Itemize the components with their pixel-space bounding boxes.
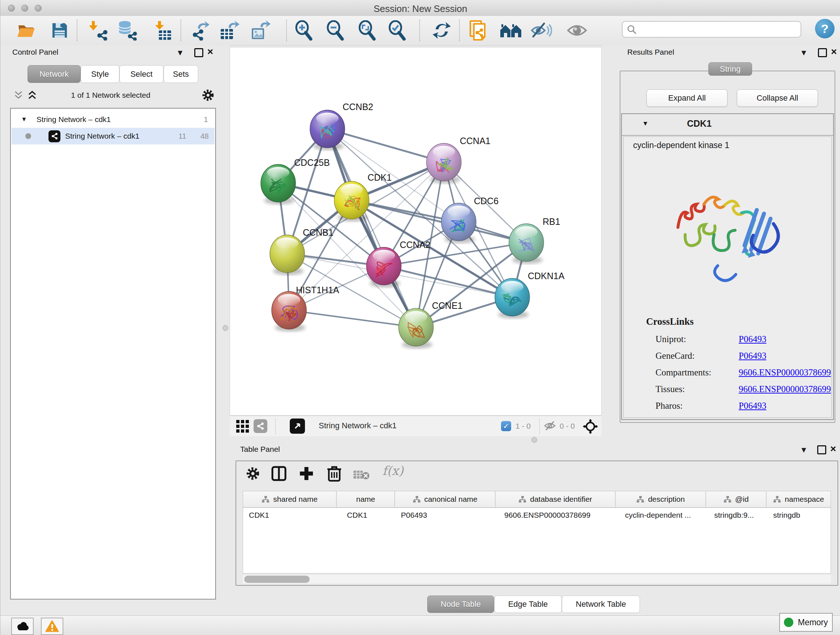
tab-style[interactable]: Style [81,65,119,83]
table-hscrollbar[interactable] [243,575,831,584]
column-header[interactable]: name [337,491,395,507]
fit-content-button[interactable] [583,419,598,434]
cell-shared-name[interactable]: CDK1 [243,508,337,523]
open-in-window-button[interactable] [290,418,305,434]
column-header[interactable]: @id [706,491,767,507]
control-panel-collapse-button[interactable]: ▼ [176,49,184,57]
column-header[interactable]: database identifier [496,491,616,507]
network-edge[interactable] [289,310,416,327]
vertical-splitter[interactable] [221,45,230,616]
string-network-canvas[interactable]: CCNB2CCNA1CDC25BCDK1CDC6RB1CCNB1CCNA2CDK… [230,48,601,415]
network-collection-row[interactable]: ▼ String Network – cdk1 1 [11,111,215,128]
tab-network[interactable]: Network [27,65,81,83]
table-options-button[interactable] [246,466,260,481]
network-node-cdk1[interactable]: CDK1 [334,172,392,222]
column-header[interactable]: shared name [243,491,337,507]
add-column-button[interactable] [298,466,314,481]
results-tab-string[interactable]: String [708,62,752,76]
import-network-database-button[interactable] [116,19,139,42]
import-table-button[interactable] [151,19,174,42]
hidden-eye-icon[interactable] [544,420,556,431]
crosslink-genecard[interactable]: P06493 [739,351,766,361]
results-panel-float-button[interactable] [818,48,827,57]
hide-selected-button[interactable] [530,19,553,42]
open-file-button[interactable] [15,19,38,42]
network-node-rb1[interactable]: RB1 [509,217,561,264]
tab-node-table[interactable]: Node Table [427,595,494,613]
warnings-button[interactable] [41,618,63,635]
horizontal-splitter-handle[interactable] [531,437,537,443]
clone-network-button[interactable] [468,19,491,42]
crosslink-tissues[interactable]: 9606.ENSP00000378699 [739,384,831,394]
columns-icon [271,466,287,481]
collapse-all-button[interactable]: Collapse All [737,89,818,107]
export-network-button[interactable] [188,19,212,42]
column-header[interactable]: canonical name [395,491,496,507]
cell-name[interactable]: CDK1 [337,508,395,523]
tree-expander-icon[interactable]: ▼ [21,116,27,123]
table-panel-float-button[interactable] [817,445,826,454]
results-panel-collapse-button[interactable]: ▼ [800,49,808,57]
memory-button[interactable]: Memory [779,613,833,632]
control-panel-float-button[interactable] [194,48,203,57]
table-row[interactable]: CDK1 CDK1 P06493 9606.ENSP00000378699 cy… [243,508,831,523]
network-view[interactable]: CCNB2CCNA1CDC25BCDK1CDC6RB1CCNB1CCNA2CDK… [230,47,602,416]
tab-edge-table[interactable]: Edge Table [494,595,562,613]
network-node-cdkn1a[interactable]: CDKN1A [495,271,565,318]
show-hidden-button[interactable] [565,19,589,42]
cell-namespace[interactable]: stringdb [767,508,831,523]
zoom-out-button[interactable] [324,19,347,42]
selected-checkbox[interactable]: ✓ [501,421,511,431]
network-edge[interactable] [327,129,444,162]
cell-database-identifier[interactable]: 9606.ENSP00000378699 [496,508,616,523]
table-panel-close-button[interactable]: × [830,444,836,454]
network-node-hist1h1a[interactable]: HIST1H1A [272,285,339,332]
show-columns-button[interactable] [271,466,287,481]
network-row-selected[interactable]: String Network – cdk1 11 48 [11,128,215,144]
column-label: shared name [273,495,317,504]
expand-all-button[interactable]: Expand All [646,89,728,107]
zoom-selected-button[interactable] [386,19,409,42]
network-collection-count: 1 [204,115,208,124]
tab-sets[interactable]: Sets [164,65,198,83]
crosslink-compartments[interactable]: 9606.ENSP00000378699 [739,367,831,378]
export-image-button[interactable] [249,19,272,42]
crosslink-uniprot[interactable]: P06493 [739,334,766,344]
refresh-button[interactable] [430,19,453,42]
help-button[interactable]: ? [815,19,835,38]
search-input[interactable] [622,21,801,38]
string-view-button[interactable] [254,419,267,433]
network-edge[interactable] [327,129,416,327]
cell-id[interactable]: stringdb:9... [706,508,767,523]
cell-canonical-name[interactable]: P06493 [395,508,496,523]
network-node-ccnb2[interactable]: CCNB2 [310,102,373,150]
delete-column-button[interactable] [327,465,342,482]
table-panel-collapse-button[interactable]: ▼ [800,446,808,454]
first-neighbors-button[interactable] [499,19,523,42]
entry-collapse-icon[interactable]: ▼ [642,120,649,127]
entry-header[interactable]: ▼ CDK1 [622,114,833,136]
tab-network-table[interactable]: Network Table [562,595,640,613]
tab-network-table-label: Network Table [576,600,626,609]
column-header[interactable]: description [616,491,706,507]
cloud-status-button[interactable] [11,618,34,635]
export-table-button[interactable] [218,19,241,42]
network-options-button[interactable] [202,89,215,102]
cell-description[interactable]: cyclin-dependent ... [616,508,706,523]
zoom-in-button[interactable] [293,19,316,42]
crosslink-pharos[interactable]: P06493 [739,401,766,411]
results-panel-close-button[interactable]: × [831,47,837,57]
splitter-handle[interactable] [223,325,228,331]
network-node-cdc6[interactable]: CDC6 [441,196,499,243]
column-header[interactable]: namespace [767,491,831,507]
network-node-ccne1[interactable]: CCNE1 [399,301,463,348]
tab-select[interactable]: Select [119,65,164,83]
control-panel-close-button[interactable]: × [207,47,213,57]
network-edge[interactable] [352,200,526,242]
hscrollbar-thumb[interactable] [244,576,309,583]
zoom-fit-button[interactable] [356,19,379,42]
birds-eye-view-button[interactable] [236,420,249,433]
save-session-button[interactable] [48,19,71,42]
import-network-file-button[interactable] [87,19,111,42]
network-node-ccnb1[interactable]: CCNB1 [270,227,333,275]
